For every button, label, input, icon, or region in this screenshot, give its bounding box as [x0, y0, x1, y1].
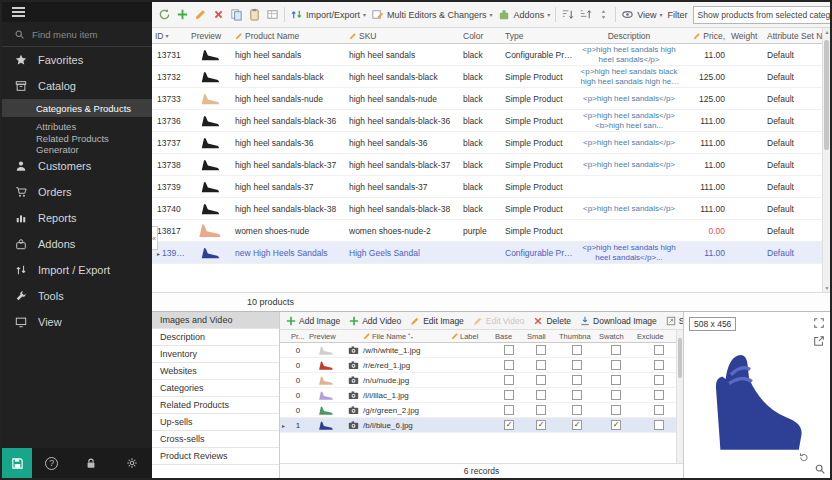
- help-icon[interactable]: ?: [45, 457, 58, 470]
- column-header-swatch[interactable]: Swatch: [597, 332, 635, 341]
- checkbox-thumbnail[interactable]: ✓: [572, 420, 582, 430]
- checkbox-base[interactable]: [504, 390, 514, 400]
- add-icon[interactable]: [176, 8, 189, 21]
- sidebar-item-related-products-generator[interactable]: Related Products Generator: [2, 135, 152, 153]
- save-button[interactable]: [2, 448, 32, 478]
- product-row[interactable]: 13731high heel sandalshigh heel sandalsb…: [152, 44, 822, 66]
- checkbox-swatch[interactable]: [611, 390, 621, 400]
- fullscreen-icon[interactable]: [812, 316, 826, 330]
- column-header-weight[interactable]: Weight: [728, 31, 764, 41]
- sidebar-item-addons[interactable]: Addons: [2, 231, 152, 257]
- checkbox-swatch[interactable]: ✓: [611, 420, 621, 430]
- hamburger-menu-icon[interactable]: [2, 2, 152, 22]
- sidebar-item-tools[interactable]: Tools: [2, 283, 152, 309]
- checkbox-swatch[interactable]: [611, 405, 621, 415]
- lock-icon[interactable]: [84, 456, 98, 470]
- scrollbar-thumb[interactable]: [824, 40, 829, 150]
- column-header-product-name[interactable]: Product Name: [232, 31, 346, 41]
- set-resize-rule-button[interactable]: Set Resize Rule▾: [666, 316, 683, 326]
- sidebar-item-import-export[interactable]: Import / Export: [2, 257, 152, 283]
- tab-categories[interactable]: Categories: [152, 380, 279, 397]
- move-updown-icon[interactable]: [597, 8, 610, 21]
- image-row[interactable]: 0/n/u/nude.jpg: [280, 373, 683, 388]
- rotate-icon[interactable]: [796, 450, 810, 464]
- checkbox-small[interactable]: [536, 405, 546, 415]
- column-header-id[interactable]: ID▾: [152, 31, 188, 41]
- column-header-label[interactable]: Label: [449, 332, 493, 341]
- edit-icon[interactable]: [194, 8, 207, 21]
- sidebar-item-orders[interactable]: Orders: [2, 179, 152, 205]
- checkbox-base[interactable]: [504, 345, 514, 355]
- tab-cross-sells[interactable]: Cross-sells: [152, 431, 279, 448]
- copy-icon[interactable]: [230, 8, 243, 21]
- category-filter-select[interactable]: Show products from selected categories ▾: [693, 6, 830, 24]
- tab-inventory[interactable]: Inventory: [152, 346, 279, 363]
- add-video-button[interactable]: Add Video: [349, 316, 401, 326]
- edit-image-button[interactable]: Edit Image: [410, 316, 464, 326]
- column-header-description[interactable]: Description: [576, 31, 682, 41]
- sidebar-item-categories-products[interactable]: Categories & Products: [2, 99, 152, 117]
- image-row[interactable]: ▸1/b/l/blue_6.jpg✓✓✓✓: [280, 418, 683, 433]
- addons-dropdown[interactable]: Addons ▾: [498, 8, 551, 21]
- tab-product-reviews[interactable]: Product Reviews: [152, 448, 279, 465]
- product-row[interactable]: 13737high heel sandals-36high heel sanda…: [152, 132, 822, 154]
- checkbox-base[interactable]: ✓: [504, 420, 514, 430]
- checkbox-thumbnail[interactable]: [572, 345, 582, 355]
- column-header-base[interactable]: Base: [493, 332, 525, 341]
- product-row[interactable]: 13740high heel sandals-black-38high heel…: [152, 198, 822, 220]
- tab-websites[interactable]: Websites: [152, 363, 279, 380]
- checkbox-exclude[interactable]: [654, 420, 664, 430]
- column-header-file-name[interactable]: File Name: [361, 332, 449, 341]
- column-header-sku[interactable]: SKU: [346, 31, 460, 41]
- checkbox-thumbnail[interactable]: [572, 375, 582, 385]
- column-header-type[interactable]: Type: [502, 31, 576, 41]
- product-row[interactable]: 13817women shoes-nudewomen shoes-nude-2p…: [152, 220, 822, 242]
- checkbox-thumbnail[interactable]: [572, 405, 582, 415]
- download-image-button[interactable]: Download Image: [580, 316, 657, 326]
- column-header-attribute-set-name[interactable]: Attribute Set Name: [764, 31, 822, 41]
- checkbox-base[interactable]: [504, 375, 514, 385]
- sidebar-search-input[interactable]: [32, 29, 132, 40]
- sidebar-item-catalog[interactable]: Catalog: [2, 73, 152, 99]
- checkbox-base[interactable]: [504, 360, 514, 370]
- product-row[interactable]: ▸13931new High Heels SandalsHigh Geels S…: [152, 242, 822, 264]
- checkbox-swatch[interactable]: [611, 345, 621, 355]
- delete-button[interactable]: Delete: [533, 316, 571, 326]
- image-row[interactable]: 0/w/h/white_1.jpg: [280, 343, 683, 358]
- gear-icon[interactable]: [125, 456, 139, 470]
- product-row[interactable]: 13732high heel sandals-blackhigh heel sa…: [152, 66, 822, 88]
- paste-icon[interactable]: [248, 8, 261, 21]
- product-row[interactable]: 13736high heel sandals-black-36high heel…: [152, 110, 822, 132]
- column-header-pr[interactable]: Pr...: [289, 332, 307, 341]
- import-export-dropdown[interactable]: Import/Export ▾: [290, 8, 366, 21]
- column-header-small[interactable]: Small: [525, 332, 557, 341]
- external-link-icon[interactable]: [812, 334, 826, 348]
- delete-icon[interactable]: [212, 8, 225, 21]
- checkbox-exclude[interactable]: [654, 375, 664, 385]
- sort-asc-icon[interactable]: [561, 8, 574, 21]
- images-scrollbar[interactable]: [676, 330, 683, 463]
- checkbox-thumbnail[interactable]: [572, 390, 582, 400]
- image-row[interactable]: 0/l/i/lilac_1.jpg: [280, 388, 683, 403]
- scrollbar-thumb[interactable]: [678, 338, 682, 378]
- column-header-preview[interactable]: Preview: [307, 332, 345, 341]
- add-image-button[interactable]: Add Image: [286, 316, 340, 326]
- checkbox-swatch[interactable]: [611, 360, 621, 370]
- sidebar-item-favorites[interactable]: Favorites: [2, 47, 152, 73]
- checkbox-small[interactable]: ✓: [536, 420, 546, 430]
- checkbox-base[interactable]: [504, 405, 514, 415]
- column-header-color[interactable]: Color: [460, 31, 502, 41]
- products-scrollbar[interactable]: ▲ ▼: [822, 28, 830, 292]
- tab-images-and-video[interactable]: Images and Video: [152, 312, 279, 329]
- multi-editors-dropdown[interactable]: Multi Editors & Changers ▾: [371, 8, 493, 21]
- image-row[interactable]: 0/r/e/red_1.jpg: [280, 358, 683, 373]
- checkbox-swatch[interactable]: [611, 375, 621, 385]
- checkbox-small[interactable]: [536, 360, 546, 370]
- column-header-price[interactable]: Price,: [682, 31, 728, 41]
- checkbox-small[interactable]: [536, 375, 546, 385]
- column-header-thumbna[interactable]: Thumbna: [557, 332, 597, 341]
- sidebar-item-reports[interactable]: Reports: [2, 205, 152, 231]
- checkbox-small[interactable]: [536, 345, 546, 355]
- zoom-icon[interactable]: [813, 462, 827, 476]
- checkbox-small[interactable]: [536, 390, 546, 400]
